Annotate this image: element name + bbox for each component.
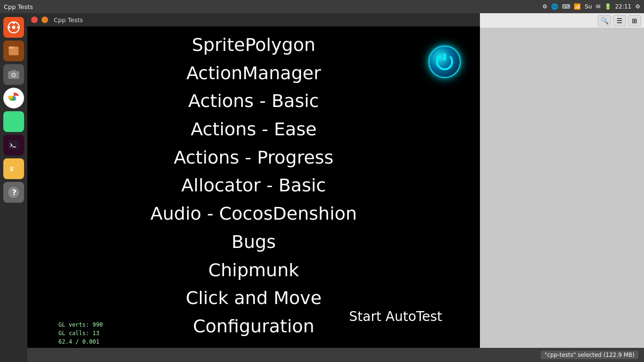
bottom-status-label: "cpp-tests" selected (122.9 MB) xyxy=(541,351,638,359)
chrome-icon: 🌐 xyxy=(551,3,558,10)
settings-icon: ⚙ xyxy=(635,3,640,10)
window-titlebar: Cpp Tests xyxy=(27,13,480,26)
svg-point-4 xyxy=(13,22,15,24)
svg-rect-19 xyxy=(8,140,19,149)
search-button[interactable]: 🔍 xyxy=(598,15,611,26)
taskbar-top: Cpp Tests ⚙ 🌐 ⌨ 📶 Su ✉ 🔋 22:11 ⚙ xyxy=(0,0,644,13)
svg-point-17 xyxy=(11,117,12,118)
sidebar-item-files[interactable] xyxy=(3,41,24,61)
system-icon: ⚙ xyxy=(542,3,547,10)
menu-button[interactable]: ☰ xyxy=(613,15,626,26)
svg-rect-10 xyxy=(11,70,16,72)
su-indicator: Su xyxy=(585,3,592,10)
svg-point-18 xyxy=(15,117,16,118)
menu-item-allocator-basic[interactable]: Allocator - Basic xyxy=(27,172,480,200)
keyboard-icon: ⌨ xyxy=(562,3,570,10)
sidebar-item-chrome[interactable] xyxy=(3,88,24,108)
sidebar-item-help[interactable]: ? xyxy=(3,182,24,203)
gl-calls: GL calls: 13 xyxy=(58,329,145,337)
svg-text:?: ? xyxy=(12,188,17,197)
window-minimize-button[interactable] xyxy=(41,16,48,23)
svg-point-9 xyxy=(13,74,15,76)
taskbar-right-icons: ⚙ 🌐 ⌨ 📶 Su ✉ 🔋 22:11 ⚙ xyxy=(542,3,640,10)
menu-item-bugs[interactable]: Bugs xyxy=(27,228,480,256)
menu-item-actions-progress[interactable]: Actions - Progress xyxy=(27,144,480,172)
clock: 22:11 xyxy=(615,3,632,10)
mail-icon: ✉ xyxy=(596,3,601,10)
fps: 62.4 / 0.001 xyxy=(58,337,145,346)
svg-rect-6 xyxy=(9,47,15,49)
sidebar-item-android[interactable] xyxy=(3,111,24,132)
power-button[interactable] xyxy=(428,45,461,78)
network-icon: 📶 xyxy=(574,3,581,10)
gl-status: GL verts: 990 GL calls: 13 62.4 / 0.001 xyxy=(55,319,149,348)
menu-item-audio-cocos[interactable]: Audio - CocosDenshion xyxy=(27,200,480,228)
main-window: Cpp Tests SpritePolygon ActionManager Ac… xyxy=(27,13,480,348)
svg-line-15 xyxy=(11,118,12,120)
right-toolbar: 🔍 ☰ ⊞ xyxy=(480,13,644,28)
sidebar: S ? xyxy=(0,13,27,362)
svg-rect-14 xyxy=(17,122,19,125)
svg-line-16 xyxy=(16,118,17,120)
menu-item-action-manager[interactable]: ActionManager xyxy=(27,59,480,88)
battery-icon: 🔋 xyxy=(604,3,611,10)
menu-item-actions-ease[interactable]: Actions - Ease xyxy=(27,115,480,144)
sidebar-item-ubuntu[interactable] xyxy=(3,17,24,38)
right-panel: 🔍 ☰ ⊞ xyxy=(480,13,644,348)
svg-point-2 xyxy=(8,26,10,29)
sidebar-item-slides[interactable]: S xyxy=(3,158,24,179)
start-autotest-button[interactable]: Start AutoTest xyxy=(349,309,442,324)
window-title: Cpp Tests xyxy=(54,16,83,24)
menu-item-sprite-polygon[interactable]: SpritePolygon xyxy=(27,31,480,59)
window-close-button[interactable] xyxy=(31,16,38,23)
sidebar-item-terminal[interactable] xyxy=(3,135,24,156)
taskbar-app-title: Cpp Tests xyxy=(4,3,33,10)
taskbar-bottom: "cpp-tests" selected (122.9 MB) xyxy=(0,348,644,362)
grid-button[interactable]: ⊞ xyxy=(628,15,641,26)
menu-item-actions-basic[interactable]: Actions - Basic xyxy=(27,87,480,115)
menu-item-chipmunk[interactable]: Chipmunk xyxy=(27,256,480,285)
sidebar-item-camera[interactable] xyxy=(3,64,24,85)
menu-list: SpritePolygon ActionManager Actions - Ba… xyxy=(27,26,480,341)
window-content: SpritePolygon ActionManager Actions - Ba… xyxy=(27,26,480,348)
svg-point-1 xyxy=(12,26,16,29)
svg-rect-13 xyxy=(8,122,10,125)
svg-text:S: S xyxy=(10,166,14,173)
gl-verts: GL verts: 990 xyxy=(58,321,145,329)
svg-point-3 xyxy=(17,26,19,29)
menu-item-click-and-move[interactable]: Click and Move xyxy=(27,284,480,313)
